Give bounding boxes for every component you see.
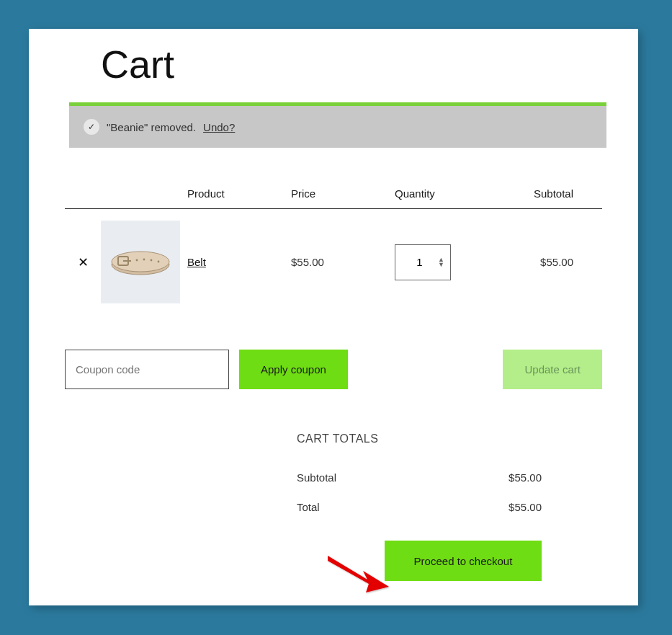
cart-totals: CART TOTALS Subtotal $55.00 Total $55.00… — [297, 432, 542, 581]
page-title: Cart — [101, 42, 602, 86]
totals-total-row: Total $55.00 — [297, 492, 542, 522]
close-icon: ✕ — [78, 255, 89, 270]
notice-container: ✓ "Beanie" removed. Undo? — [69, 102, 606, 148]
apply-coupon-button[interactable]: Apply coupon — [239, 350, 348, 389]
total-label: Total — [297, 501, 320, 513]
check-icon: ✓ — [84, 119, 99, 135]
undo-link[interactable]: Undo? — [203, 121, 235, 133]
table-row: ✕ Belt $55.00 1 — [65, 209, 602, 315]
col-product: Product — [187, 187, 291, 200]
subtotal-label: Subtotal — [297, 471, 336, 484]
coupon-input-wrap — [65, 350, 229, 389]
totals-subtotal-row: Subtotal $55.00 — [297, 463, 542, 492]
svg-point-5 — [143, 258, 145, 260]
col-price: Price — [291, 187, 395, 200]
svg-point-4 — [136, 259, 138, 261]
cart-notice: ✓ "Beanie" removed. Undo? — [69, 106, 606, 148]
chevron-down-icon: ▼ — [438, 262, 444, 267]
col-subtotal: Subtotal — [498, 187, 602, 200]
belt-icon — [108, 244, 173, 280]
coupon-input[interactable] — [76, 363, 218, 376]
item-price: $55.00 — [291, 256, 395, 268]
checkout-wrap: Proceed to checkout — [297, 541, 542, 581]
notice-text: "Beanie" removed. — [107, 121, 196, 133]
cart-table: Product Price Quantity Subtotal ✕ — [65, 187, 602, 315]
product-thumbnail[interactable] — [101, 221, 180, 303]
item-subtotal: $55.00 — [498, 256, 602, 268]
col-quantity: Quantity — [395, 187, 498, 200]
svg-point-7 — [158, 260, 160, 262]
remove-item-button[interactable]: ✕ — [65, 254, 101, 270]
proceed-to-checkout-button[interactable]: Proceed to checkout — [385, 541, 542, 581]
cart-page: Cart ✓ "Beanie" removed. Undo? Product P… — [29, 29, 638, 605]
subtotal-value: $55.00 — [509, 471, 542, 484]
total-value: $55.00 — [509, 501, 542, 513]
svg-point-6 — [151, 259, 153, 261]
update-cart-button[interactable]: Update cart — [503, 350, 602, 389]
table-header: Product Price Quantity Subtotal — [65, 187, 602, 209]
cart-actions: Apply coupon Update cart — [65, 350, 602, 389]
quantity-value: 1 — [401, 256, 438, 268]
quantity-stepper[interactable]: 1 ▲ ▼ — [395, 244, 451, 280]
svg-point-1 — [112, 252, 169, 272]
totals-title: CART TOTALS — [297, 432, 542, 445]
product-link[interactable]: Belt — [187, 256, 291, 268]
stepper-arrows[interactable]: ▲ ▼ — [438, 257, 444, 267]
